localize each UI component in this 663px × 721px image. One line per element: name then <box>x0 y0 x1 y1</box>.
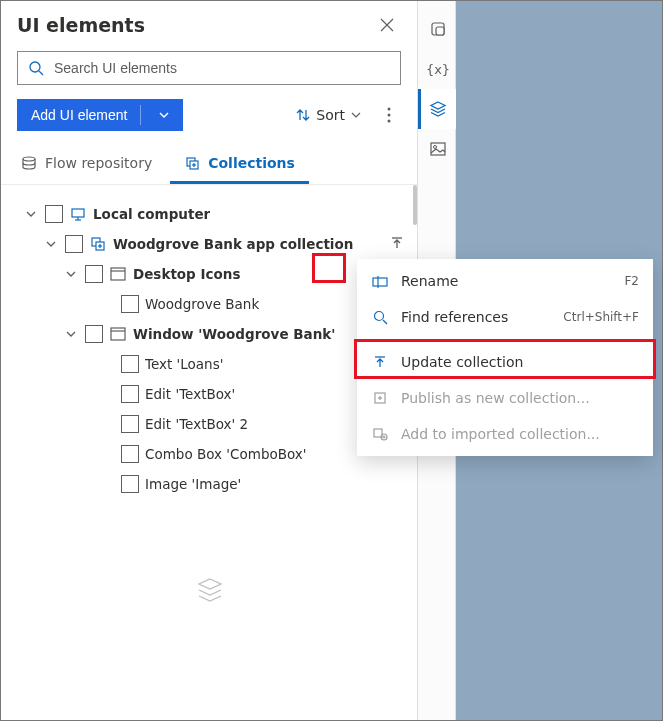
svg-point-5 <box>23 157 35 161</box>
tree-node-root[interactable]: Local computer <box>5 199 415 229</box>
close-panel-button[interactable] <box>373 11 401 39</box>
menu-label: Add to imported collection... <box>401 426 639 442</box>
tree-label: Woodgrove Bank app collection <box>113 236 353 252</box>
svg-point-3 <box>388 114 391 117</box>
chevron-down-icon[interactable] <box>63 269 79 279</box>
checkbox[interactable] <box>121 415 139 433</box>
rename-icon <box>371 274 389 288</box>
collections-icon <box>184 155 200 171</box>
tab-label: Collections <box>208 155 295 171</box>
side-icon-variables[interactable]: {x} <box>418 49 456 89</box>
window-icon <box>109 327 127 341</box>
computer-icon <box>69 206 87 222</box>
tree-label: Combo Box 'ComboBox' <box>145 446 307 462</box>
svg-point-4 <box>388 120 391 123</box>
tab-flow-repository[interactable]: Flow repository <box>7 145 166 184</box>
tree-node-leaf[interactable]: Woodgrove Bank <box>5 289 415 319</box>
svg-line-29 <box>383 320 387 324</box>
svg-line-1 <box>39 71 43 75</box>
tree-label: Edit 'TextBox' <box>145 386 235 402</box>
svg-rect-18 <box>111 268 125 280</box>
checkbox[interactable] <box>45 205 63 223</box>
tree-node-group[interactable]: Window 'Woodgrove Bank' <box>5 319 415 349</box>
checkbox[interactable] <box>121 475 139 493</box>
collection-icon <box>89 236 107 252</box>
sort-icon <box>296 108 310 122</box>
add-collection-icon <box>371 427 389 441</box>
tree-node-leaf[interactable]: Image 'Image' <box>5 469 415 499</box>
tree-node-group[interactable]: Desktop Icons <box>5 259 415 289</box>
svg-rect-20 <box>111 328 125 340</box>
checkbox[interactable] <box>121 445 139 463</box>
side-icon-ui-elements[interactable] <box>418 89 456 129</box>
checkbox[interactable] <box>85 265 103 283</box>
context-menu: Rename F2 Find references Ctrl+Shift+F U… <box>357 259 653 456</box>
button-divider <box>140 105 141 125</box>
repository-icon <box>21 155 37 171</box>
tree-label: Woodgrove Bank <box>145 296 259 312</box>
tree-node-leaf[interactable]: Text 'Loans' <box>5 349 415 379</box>
menu-shortcut: Ctrl+Shift+F <box>563 310 639 324</box>
checkbox[interactable] <box>121 355 139 373</box>
add-ui-element-button[interactable]: Add UI element <box>17 99 183 131</box>
checkbox[interactable] <box>121 385 139 403</box>
add-button-dropdown[interactable] <box>149 110 179 120</box>
search-icon <box>28 60 44 76</box>
tree-label: Window 'Woodgrove Bank' <box>133 326 335 342</box>
tab-label: Flow repository <box>45 155 152 171</box>
svg-rect-26 <box>373 278 387 286</box>
svg-rect-23 <box>436 27 444 35</box>
tree-node-leaf[interactable]: Edit 'TextBox' 2 <box>5 409 415 439</box>
sort-label: Sort <box>316 107 345 123</box>
search-input-wrapper[interactable] <box>17 51 401 85</box>
menu-item-find-references[interactable]: Find references Ctrl+Shift+F <box>357 299 653 335</box>
svg-point-0 <box>30 62 40 72</box>
panel-title: UI elements <box>17 14 145 36</box>
menu-label: Update collection <box>401 354 639 370</box>
update-collection-inline-button[interactable] <box>385 231 409 255</box>
more-options-button[interactable] <box>377 101 401 129</box>
menu-item-add-imported: Add to imported collection... <box>357 416 653 452</box>
tab-collections[interactable]: Collections <box>170 145 309 184</box>
checkbox[interactable] <box>65 235 83 253</box>
svg-rect-10 <box>72 209 84 217</box>
tree-label: Text 'Loans' <box>145 356 223 372</box>
tree-node-collection[interactable]: Woodgrove Bank app collection <box>5 229 415 259</box>
tree-label: Image 'Image' <box>145 476 241 492</box>
chevron-down-icon[interactable] <box>63 329 79 339</box>
publish-icon <box>371 391 389 405</box>
chevron-down-icon <box>351 110 361 120</box>
chevron-down-icon[interactable] <box>23 209 39 219</box>
menu-separator <box>357 339 653 340</box>
menu-label: Rename <box>401 273 612 289</box>
svg-point-25 <box>434 146 437 149</box>
checkbox[interactable] <box>85 325 103 343</box>
search-icon <box>371 310 389 325</box>
add-button-label: Add UI element <box>31 107 128 123</box>
tree-node-leaf[interactable]: Combo Box 'ComboBox' <box>5 439 415 469</box>
side-icon-images[interactable] <box>418 129 456 169</box>
tree-label: Edit 'TextBox' 2 <box>145 416 248 432</box>
svg-rect-24 <box>431 143 445 155</box>
tree-label: Desktop Icons <box>133 266 240 282</box>
upload-icon <box>371 355 389 369</box>
empty-layers-icon <box>5 575 415 605</box>
menu-item-update-collection[interactable]: Update collection <box>357 344 653 380</box>
checkbox[interactable] <box>121 295 139 313</box>
side-icon-flow[interactable] <box>418 9 456 49</box>
svg-point-28 <box>374 311 383 320</box>
chevron-down-icon[interactable] <box>43 239 59 249</box>
window-icon <box>109 267 127 281</box>
menu-shortcut: F2 <box>624 274 639 288</box>
menu-item-publish-new: Publish as new collection... <box>357 380 653 416</box>
menu-label: Publish as new collection... <box>401 390 639 406</box>
menu-label: Find references <box>401 309 551 325</box>
menu-item-rename[interactable]: Rename F2 <box>357 263 653 299</box>
search-input[interactable] <box>52 59 390 77</box>
tree-label: Local computer <box>93 206 210 222</box>
tree-node-leaf[interactable]: Edit 'TextBox' <box>5 379 415 409</box>
sort-button[interactable]: Sort <box>290 103 367 127</box>
svg-point-2 <box>388 108 391 111</box>
